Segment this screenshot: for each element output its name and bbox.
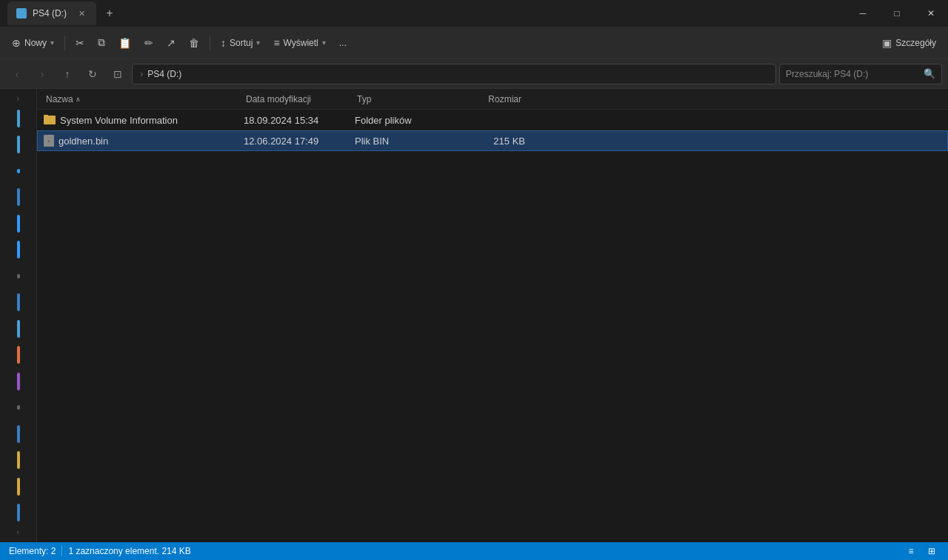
tab-close-button[interactable]: ✕ [76, 7, 87, 19]
col-header-type[interactable]: Typ [354, 94, 450, 104]
new-icon: ⊕ [12, 37, 21, 49]
delete-button[interactable]: 🗑 [183, 31, 205, 55]
col-header-name[interactable]: Nazwa ∧ [43, 94, 243, 104]
status-right-controls: ≡ ⊞ [904, 544, 939, 559]
file-size-cell: 215 KB [451, 136, 525, 147]
grid-view-button[interactable]: ⊞ [924, 544, 939, 559]
file-type: Plik BIN [355, 136, 389, 147]
sidebar-item-9[interactable] [4, 316, 33, 341]
copy-button[interactable]: ⧉ [92, 31, 111, 55]
sidebar-item-13[interactable] [4, 421, 33, 446]
sidebar-item-14[interactable] [4, 447, 33, 472]
file-type-cell: Folder plików [355, 115, 451, 126]
sidebar-item-11[interactable] [4, 369, 33, 393]
sidebar-expand-button[interactable]: › [13, 93, 24, 104]
selected-info: 1 zaznaczony element. 214 KB [68, 546, 190, 556]
tab-title: PS4 (D:) [33, 8, 70, 19]
address-chevron: › [140, 68, 143, 79]
more-button[interactable]: ... [333, 31, 353, 55]
sidebar-bar-7 [17, 274, 20, 279]
status-bar: Elementy: 2 1 zaznaczony element. 214 KB… [0, 542, 948, 560]
sidebar-item-4[interactable] [4, 185, 33, 210]
file-date-cell: 12.06.2024 17:49 [244, 136, 355, 147]
refresh-button[interactable]: ↻ [81, 64, 104, 84]
sidebar-bar-1 [17, 110, 20, 127]
sidebar-bar-15 [17, 478, 20, 496]
status-separator [61, 546, 62, 556]
toolbar-sep-1 [64, 36, 65, 50]
forward-button[interactable]: › [31, 64, 53, 84]
window-controls: ─ □ ✕ [846, 0, 948, 27]
share-button[interactable]: ↗ [161, 31, 181, 55]
sort-button[interactable]: ↕ Sortuj ▾ [215, 31, 266, 55]
col-header-size[interactable]: Rozmiar [450, 94, 524, 104]
sidebar-bar-3 [17, 169, 20, 173]
file-area[interactable]: Nazwa ∧ Data modyfikacji Typ Rozmiar Sys… [37, 89, 948, 542]
back-button[interactable]: ‹ [6, 64, 28, 84]
up-button[interactable]: ↑ [56, 64, 79, 84]
sort-arrow-name: ∧ [76, 96, 81, 103]
paste-icon: 📋 [118, 37, 131, 49]
address-bar: ‹ › ↑ ↻ ⊡ › PS4 (D:) Przeszukaj: PS4 (D:… [0, 59, 948, 89]
file-list: System Volume Information 18.09.2024 15:… [37, 110, 948, 151]
cut-icon: ✂ [76, 37, 84, 49]
address-path[interactable]: › PS4 (D:) [132, 64, 776, 84]
file-date: 18.09.2024 15:34 [244, 115, 318, 126]
minimize-button[interactable]: ─ [846, 0, 880, 27]
sidebar-item-6[interactable] [4, 238, 33, 262]
copy-icon: ⧉ [98, 36, 105, 49]
view-button[interactable]: ≡ Wyświetl ▾ [267, 31, 331, 55]
active-tab[interactable]: PS4 (D:) ✕ [7, 1, 96, 25]
path-picker-button[interactable]: ⊡ [107, 64, 129, 84]
sidebar-bar-10 [17, 346, 20, 364]
sidebar-item-16[interactable] [4, 500, 33, 524]
list-view-button[interactable]: ≡ [904, 544, 918, 559]
rename-button[interactable]: ✏ [138, 31, 159, 55]
file-date: 12.06.2024 17:49 [244, 136, 318, 147]
new-tab-button[interactable]: + [99, 3, 120, 24]
file-size: 215 KB [493, 136, 525, 147]
file-date-cell: 18.09.2024 15:34 [244, 115, 355, 126]
sidebar-bar-4 [17, 188, 20, 206]
toolbar-sep-2 [210, 36, 210, 50]
details-button[interactable]: ▣ Szczegóły [876, 31, 942, 55]
toolbar: ⊕ Nowy ▾ ✂ ⧉ 📋 ✏ ↗ 🗑 ↕ Sortuj ▾ ≡ Wyświe… [0, 27, 948, 59]
sidebar-bar-14 [17, 451, 20, 469]
sidebar-item-2[interactable] [4, 133, 33, 157]
search-bar[interactable]: Przeszukaj: PS4 (D:) 🔍 [779, 64, 942, 84]
column-headers: Nazwa ∧ Data modyfikacji Typ Rozmiar [37, 89, 948, 110]
details-icon: ▣ [882, 37, 892, 49]
item-count: Elementy: 2 [9, 546, 56, 556]
sidebar-bar-13 [17, 425, 20, 443]
sidebar-bar-16 [17, 504, 20, 521]
table-row[interactable]: System Volume Information 18.09.2024 15:… [37, 110, 948, 130]
sidebar-item-5[interactable] [4, 211, 33, 236]
close-button[interactable]: ✕ [914, 0, 948, 27]
sidebar-item-7[interactable] [4, 264, 33, 288]
new-button[interactable]: ⊕ Nowy ▾ [6, 31, 60, 55]
file-name-cell: System Volume Information [44, 115, 244, 126]
path-text: PS4 (D:) [147, 69, 181, 79]
delete-icon: 🗑 [189, 37, 199, 49]
search-placeholder-text: Przeszukaj: PS4 (D:) [786, 69, 919, 79]
main-area: › [0, 89, 948, 542]
paste-button[interactable]: 📋 [113, 31, 137, 55]
col-header-date[interactable]: Data modyfikacji [243, 94, 354, 104]
search-icon[interactable]: 🔍 [924, 68, 935, 79]
sidebar-item-10[interactable] [4, 342, 33, 367]
sidebar-item-12[interactable] [4, 395, 33, 419]
sidebar-item-3[interactable] [4, 159, 33, 183]
share-icon: ↗ [167, 37, 176, 49]
sidebar-item-8[interactable] [4, 290, 33, 314]
cut-button[interactable]: ✂ [70, 31, 90, 55]
maximize-button[interactable]: □ [880, 0, 914, 27]
table-row[interactable]: ▪ goldhen.bin 12.06.2024 17:49 Plik BIN … [37, 130, 948, 151]
sidebar-item-15[interactable] [4, 474, 33, 499]
sidebar-collapse-button[interactable]: ‹ [13, 527, 24, 538]
file-name: System Volume Information [60, 115, 178, 126]
title-bar: PS4 (D:) ✕ + ─ □ ✕ [0, 0, 948, 27]
sidebar-bar-8 [17, 293, 20, 311]
sidebar-item-1[interactable] [4, 106, 33, 130]
file-type-cell: Plik BIN [355, 136, 451, 147]
bin-icon: ▪ [44, 135, 54, 147]
